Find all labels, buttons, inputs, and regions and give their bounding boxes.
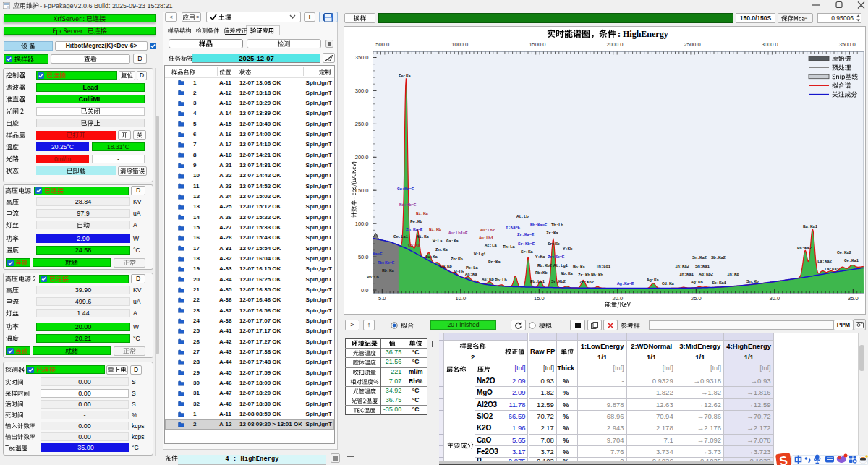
svg-text:La:Ka1: La:Ka1 — [825, 267, 840, 272]
svg-text:Th:Lg1: Th:Lg1 — [596, 264, 611, 269]
svg-text:2500.0: 2500.0 — [684, 41, 701, 48]
svg-text:Ni:Kb=E: Ni:Kb=E — [399, 202, 417, 208]
svg-text:W:Lg1: W:Lg1 — [474, 252, 486, 257]
svg-text:Y:Ka=E: Y:Ka=E — [506, 225, 521, 230]
svg-text:In:Ka2: In:Ka2 — [675, 264, 690, 269]
svg-text:Sr:Ka: Sr:Ka — [521, 249, 533, 255]
svg-text:Sr:Kb=E: Sr:Kb=E — [518, 242, 535, 247]
svg-text:Y:Kb: Y:Kb — [563, 247, 573, 252]
svg-text:10.0: 10.0 — [455, 295, 466, 302]
svg-text:30.0: 30.0 — [769, 295, 780, 302]
svg-text:Rb:Kb2: Rb:Kb2 — [537, 263, 553, 268]
svg-text:Co:Ka: Co:Ka — [408, 243, 420, 248]
svg-text:Au:Lb1: Au:Lb1 — [479, 236, 494, 241]
svg-text:Pb:Lb: Pb:Lb — [495, 278, 507, 283]
svg-text:20.0: 20.0 — [612, 295, 623, 302]
svg-text:Nb:Kb: Nb:Kb — [591, 273, 603, 278]
svg-text:Cu:Ka: Cu:Ka — [425, 255, 438, 260]
svg-text:Au:Lb1=E: Au:Lb1=E — [448, 231, 468, 236]
svg-text:Ni:Ka: Ni:Ka — [417, 234, 429, 239]
svg-text:Cu:Kb: Cu:Kb — [440, 264, 452, 269]
svg-text:2000.0: 2000.0 — [607, 41, 624, 48]
svg-text:250.0: 250.0 — [355, 121, 369, 127]
svg-text:As:Ka: As:Ka — [465, 272, 477, 277]
svg-text:0.0: 0.0 — [361, 287, 368, 294]
svg-text:200.0: 200.0 — [355, 154, 369, 161]
svg-text:Ce:Ka2: Ce:Ka2 — [837, 250, 852, 255]
svg-text:Br:Ka: Br:Ka — [488, 260, 501, 265]
svg-text:3500.0: 3500.0 — [839, 41, 856, 48]
svg-text:Nb:Ka=E: Nb:Ka=E — [530, 223, 548, 228]
svg-text:As:Kb: As:Kb — [482, 277, 494, 282]
svg-text:Sb:Ka1: Sb:Ka1 — [712, 281, 727, 286]
svg-text:Zr:Kb2: Zr:Kb2 — [579, 280, 595, 285]
svg-text:Sn:Ka2: Sn:Ka2 — [692, 255, 707, 260]
svg-text:50.0: 50.0 — [358, 254, 369, 260]
svg-text:Zr:Ka=E: Zr:Ka=E — [517, 232, 535, 237]
svg-text:Ag:Kb: Ag:Kb — [691, 280, 703, 285]
svg-text:In:Kb: In:Kb — [727, 272, 739, 277]
svg-text:At:Lb: At:Lb — [516, 214, 529, 219]
svg-text:Pb:La: Pb:La — [466, 265, 478, 270]
svg-text:Ag:Ka=E: Ag:Ka=E — [617, 281, 634, 286]
svg-text:Zn:Ka=E: Zn:Ka=E — [406, 227, 423, 232]
svg-text:3000.0: 3000.0 — [762, 41, 778, 48]
svg-text:Ba:Ka1: Ba:Ka1 — [803, 224, 818, 229]
svg-text:Zn:Kb: Zn:Kb — [451, 257, 463, 262]
svg-text:Fe:Kb: Fe:Kb — [410, 219, 422, 224]
svg-text:Sb:Ka2: Sb:Ka2 — [711, 255, 726, 260]
svg-text:5.0: 5.0 — [378, 295, 386, 302]
svg-text:Rb:Kb=E: Rb:Kb=E — [378, 260, 395, 265]
svg-text:Rb:Ka: Rb:Ka — [382, 268, 394, 273]
svg-text:In:Ka1: In:Ka1 — [679, 272, 694, 277]
svg-text:1500.0: 1500.0 — [529, 41, 545, 48]
svg-text:Th:Lb: Th:Lb — [551, 223, 563, 228]
svg-text:Zr:Ka: Zr:Ka — [546, 231, 558, 236]
svg-text:Ni:Ka: Ni:Ka — [416, 211, 428, 216]
svg-text:W:Lb: W:Lb — [454, 270, 464, 275]
svg-text:Nb:Ka: Nb:Ka — [561, 271, 573, 276]
svg-text:Ce:La1: Ce:La1 — [393, 234, 409, 239]
svg-text:Cd:Ka: Cd:Ka — [662, 281, 674, 286]
svg-text:Au:Lb2: Au:Lb2 — [480, 228, 495, 233]
svg-text:500.0: 500.0 — [375, 41, 389, 48]
svg-text:Sn:Kb: Sn:Kb — [746, 279, 759, 284]
svg-text:35.0: 35.0 — [848, 295, 859, 302]
svg-text:Zr:Kb: Zr:Kb — [578, 273, 590, 278]
svg-text:Mo:Ka: Mo:Ka — [573, 265, 585, 270]
svg-text:150.0: 150.0 — [355, 187, 369, 194]
svg-text:1000.0: 1000.0 — [451, 41, 468, 48]
svg-text:La:Ka2: La:Ka2 — [817, 259, 833, 264]
svg-text:Sr:Kb: Sr:Kb — [548, 242, 560, 247]
svg-text:Rb:Kb: Rb:Kb — [535, 270, 548, 276]
svg-text:Ag:Ka: Ag:Ka — [647, 278, 659, 283]
svg-text:Ce:Ka1: Ce:Ka1 — [844, 258, 859, 263]
svg-text:300.0: 300.0 — [355, 88, 369, 94]
svg-text:15.0: 15.0 — [534, 295, 545, 302]
svg-text:W:La: W:La — [433, 239, 443, 244]
svg-text:25.0: 25.0 — [691, 295, 702, 302]
svg-text:Ga:Ka: Ga:Ka — [446, 239, 459, 244]
svg-text:Sn:Ka1: Sn:Ka1 — [695, 264, 710, 269]
svg-text:Y:Ka: Y:Ka — [535, 255, 545, 260]
svg-text:Ag:Kb2: Ag:Kb2 — [699, 272, 714, 277]
svg-text:Zn:Ka: Zn:Ka — [435, 247, 448, 252]
svg-text:Cu:Ka=E: Cu:Ka=E — [397, 187, 414, 192]
svg-text:Ka=E: Ka=E — [373, 252, 383, 257]
svg-text:Pb:Lg1: Pb:Lg1 — [530, 279, 545, 284]
svg-text:Fe:Ka: Fe:Ka — [399, 74, 411, 79]
svg-text:Zr:Kb=E: Zr:Kb=E — [548, 255, 565, 260]
svg-text:Ni:Kb: Ni:Kb — [429, 227, 441, 232]
svg-text:At:Lg1: At:Lg1 — [553, 263, 569, 268]
svg-text:Sr:Kb2: Sr:Kb2 — [551, 279, 566, 284]
svg-text:Pb:Lb: Pb:Lb — [367, 275, 379, 280]
svg-text:100.0: 100.0 — [355, 221, 369, 227]
svg-text:Th:La: Th:La — [503, 244, 515, 249]
svg-text:Ba:Ka2: Ba:Ka2 — [797, 246, 812, 251]
svg-text:At:La: At:La — [485, 243, 497, 248]
svg-text:350.0: 350.0 — [355, 54, 369, 61]
